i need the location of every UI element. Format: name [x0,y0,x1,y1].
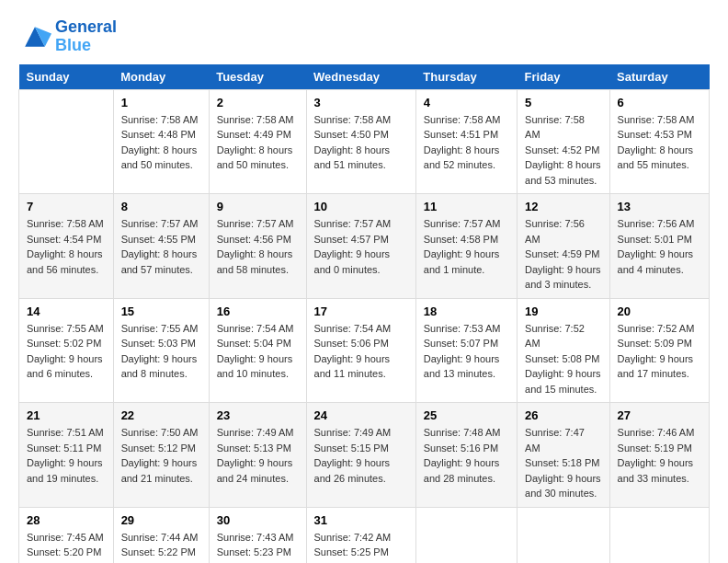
day-number: 16 [217,304,299,318]
day-number: 14 [27,304,106,318]
day-number: 20 [618,304,701,318]
day-info: Sunrise: 7:52 AMSunset: 5:09 PMDaylight:… [618,321,701,382]
calendar-table: SundayMondayTuesdayWednesdayThursdayFrid… [18,64,710,563]
days-header-row: SundayMondayTuesdayWednesdayThursdayFrid… [19,64,710,90]
calendar-cell: 21Sunrise: 7:51 AMSunset: 5:11 PMDayligh… [19,403,114,508]
calendar-cell: 17Sunrise: 7:54 AMSunset: 5:06 PMDayligh… [306,298,415,403]
day-info: Sunrise: 7:52 AMSunset: 5:08 PMDaylight:… [525,321,602,397]
header-thursday: Thursday [415,64,517,90]
day-info: Sunrise: 7:49 AMSunset: 5:15 PMDaylight:… [314,425,408,486]
day-info: Sunrise: 7:58 AMSunset: 4:48 PMDaylight:… [121,112,201,173]
day-info: Sunrise: 7:42 AMSunset: 5:25 PMDaylight:… [314,530,408,563]
day-info: Sunrise: 7:55 AMSunset: 5:02 PMDaylight:… [27,321,106,382]
calendar-cell: 31Sunrise: 7:42 AMSunset: 5:25 PMDayligh… [306,507,415,563]
day-number: 10 [314,200,408,213]
day-number: 15 [121,304,201,318]
header-saturday: Saturday [609,64,709,90]
calendar-cell: 20Sunrise: 7:52 AMSunset: 5:09 PMDayligh… [609,298,709,403]
day-number: 13 [618,200,701,213]
day-number: 18 [424,304,509,318]
header-wednesday: Wednesday [306,64,415,90]
week-row-3: 14Sunrise: 7:55 AMSunset: 5:02 PMDayligh… [19,298,710,403]
day-number: 28 [27,513,106,527]
day-info: Sunrise: 7:51 AMSunset: 5:11 PMDaylight:… [27,425,106,486]
week-row-5: 28Sunrise: 7:45 AMSunset: 5:20 PMDayligh… [19,507,710,563]
day-info: Sunrise: 7:54 AMSunset: 5:06 PMDaylight:… [314,321,408,382]
day-info: Sunrise: 7:50 AMSunset: 5:12 PMDaylight:… [121,425,201,486]
day-info: Sunrise: 7:47 AMSunset: 5:18 PMDaylight:… [525,425,602,501]
header-tuesday: Tuesday [209,64,306,90]
day-number: 3 [314,96,408,109]
week-row-2: 7Sunrise: 7:58 AMSunset: 4:54 PMDaylight… [19,194,710,299]
calendar-cell: 1Sunrise: 7:58 AMSunset: 4:48 PMDaylight… [113,89,209,194]
calendar-cell: 25Sunrise: 7:48 AMSunset: 5:16 PMDayligh… [415,403,517,508]
calendar-cell: 7Sunrise: 7:58 AMSunset: 4:54 PMDaylight… [19,194,114,299]
day-number: 11 [424,200,509,213]
calendar-cell: 15Sunrise: 7:55 AMSunset: 5:03 PMDayligh… [113,298,209,403]
day-info: Sunrise: 7:55 AMSunset: 5:03 PMDaylight:… [121,321,201,382]
calendar-cell: 10Sunrise: 7:57 AMSunset: 4:57 PMDayligh… [306,194,415,299]
day-info: Sunrise: 7:57 AMSunset: 4:56 PMDaylight:… [217,216,299,277]
day-number: 19 [525,304,602,318]
calendar-cell: 27Sunrise: 7:46 AMSunset: 5:19 PMDayligh… [609,403,709,508]
day-info: Sunrise: 7:57 AMSunset: 4:58 PMDaylight:… [424,216,509,277]
calendar-cell: 24Sunrise: 7:49 AMSunset: 5:15 PMDayligh… [306,403,415,508]
day-info: Sunrise: 7:58 AMSunset: 4:53 PMDaylight:… [618,112,701,173]
calendar-cell: 30Sunrise: 7:43 AMSunset: 5:23 PMDayligh… [209,507,306,563]
calendar-cell: 22Sunrise: 7:50 AMSunset: 5:12 PMDayligh… [113,403,209,508]
calendar-cell: 26Sunrise: 7:47 AMSunset: 5:18 PMDayligh… [518,403,610,508]
calendar-cell: 19Sunrise: 7:52 AMSunset: 5:08 PMDayligh… [518,298,610,403]
day-number: 5 [525,96,602,109]
day-info: Sunrise: 7:54 AMSunset: 5:04 PMDaylight:… [217,321,299,382]
calendar-cell: 9Sunrise: 7:57 AMSunset: 4:56 PMDaylight… [209,194,306,299]
day-number: 9 [217,200,299,213]
day-info: Sunrise: 7:48 AMSunset: 5:16 PMDaylight:… [424,425,509,486]
calendar-cell: 28Sunrise: 7:45 AMSunset: 5:20 PMDayligh… [19,507,114,563]
calendar-cell: 12Sunrise: 7:56 AMSunset: 4:59 PMDayligh… [518,194,610,299]
day-info: Sunrise: 7:58 AMSunset: 4:51 PMDaylight:… [424,112,509,173]
header-monday: Monday [113,64,209,90]
calendar-cell: 6Sunrise: 7:58 AMSunset: 4:53 PMDaylight… [609,89,709,194]
day-number: 2 [217,96,299,109]
page-header: General Blue [18,18,710,55]
calendar-cell [609,507,709,563]
day-info: Sunrise: 7:44 AMSunset: 5:22 PMDaylight:… [121,530,201,563]
day-number: 7 [27,200,106,213]
day-info: Sunrise: 7:46 AMSunset: 5:19 PMDaylight:… [618,425,701,486]
day-number: 1 [121,96,201,109]
day-info: Sunrise: 7:49 AMSunset: 5:13 PMDaylight:… [217,425,299,486]
calendar-cell: 29Sunrise: 7:44 AMSunset: 5:22 PMDayligh… [113,507,209,563]
day-info: Sunrise: 7:57 AMSunset: 4:55 PMDaylight:… [121,216,201,277]
header-sunday: Sunday [19,64,114,90]
logo-text: General Blue [55,18,117,55]
day-info: Sunrise: 7:43 AMSunset: 5:23 PMDaylight:… [217,530,299,563]
day-number: 6 [618,96,701,109]
calendar-cell: 2Sunrise: 7:58 AMSunset: 4:49 PMDaylight… [209,89,306,194]
day-info: Sunrise: 7:56 AMSunset: 4:59 PMDaylight:… [525,216,602,293]
day-info: Sunrise: 7:58 AMSunset: 4:50 PMDaylight:… [314,112,408,173]
day-info: Sunrise: 7:45 AMSunset: 5:20 PMDaylight:… [27,530,106,563]
day-info: Sunrise: 7:57 AMSunset: 4:57 PMDaylight:… [314,216,408,277]
day-number: 23 [217,408,299,422]
day-number: 29 [121,513,201,527]
calendar-cell: 18Sunrise: 7:53 AMSunset: 5:07 PMDayligh… [415,298,517,403]
calendar-cell: 8Sunrise: 7:57 AMSunset: 4:55 PMDaylight… [113,194,209,299]
day-info: Sunrise: 7:58 AMSunset: 4:49 PMDaylight:… [217,112,299,173]
logo: General Blue [18,18,117,55]
day-number: 17 [314,304,408,318]
day-number: 31 [314,513,408,527]
day-number: 25 [424,408,509,422]
day-number: 24 [314,408,408,422]
day-number: 21 [27,408,106,422]
week-row-1: 1Sunrise: 7:58 AMSunset: 4:48 PMDaylight… [19,89,710,194]
day-info: Sunrise: 7:58 AMSunset: 4:52 PMDaylight:… [525,112,602,189]
day-number: 12 [525,200,602,213]
calendar-cell: 13Sunrise: 7:56 AMSunset: 5:01 PMDayligh… [609,194,709,299]
day-number: 30 [217,513,299,527]
day-info: Sunrise: 7:56 AMSunset: 5:01 PMDaylight:… [618,216,701,277]
calendar-cell [518,507,610,563]
calendar-cell: 23Sunrise: 7:49 AMSunset: 5:13 PMDayligh… [209,403,306,508]
calendar-cell: 16Sunrise: 7:54 AMSunset: 5:04 PMDayligh… [209,298,306,403]
calendar-cell: 4Sunrise: 7:58 AMSunset: 4:51 PMDaylight… [415,89,517,194]
day-info: Sunrise: 7:53 AMSunset: 5:07 PMDaylight:… [424,321,509,382]
